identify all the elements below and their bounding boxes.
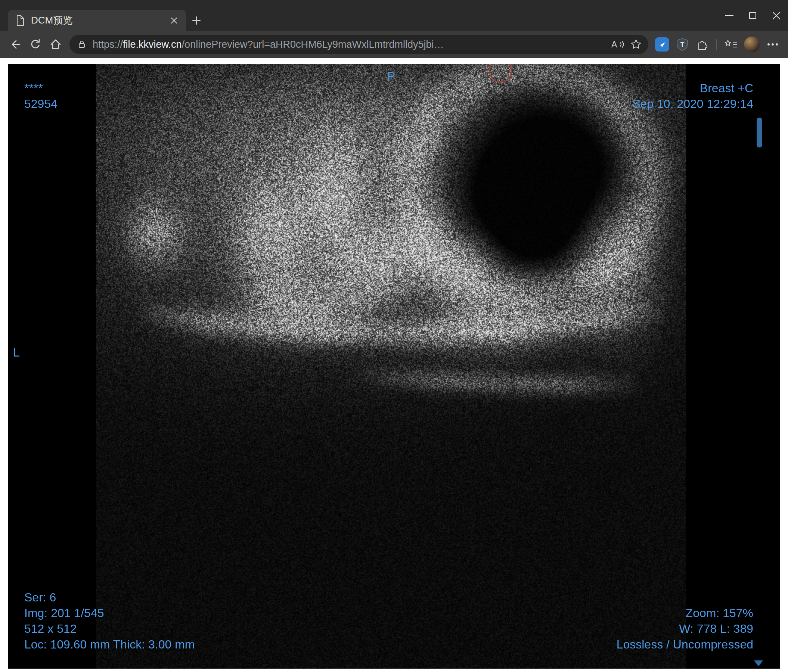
more-options-button[interactable]: [763, 34, 783, 54]
series-info-overlay: Ser: 6 Img: 201 1/545 512 x 512 Loc: 109…: [24, 590, 195, 652]
new-tab-button[interactable]: [186, 10, 207, 31]
minimize-icon: [725, 15, 734, 16]
window-level: W: 778 L: 389: [616, 621, 753, 637]
study-description: Breast +C: [632, 80, 753, 96]
compression-info: Lossless / Uncompressed: [616, 637, 753, 652]
shield-letter: T: [680, 41, 685, 48]
dicom-viewer[interactable]: **** 52954 Breast +C Sep 10, 2020 12:29:…: [8, 64, 780, 669]
url-host: file.kkview.cn: [123, 39, 182, 50]
url-path: /onlinePreview?url=aHR0cHM6Ly9maWxlLmtrd…: [182, 39, 444, 50]
display-info-overlay: Zoom: 157% W: 778 L: 389 Lossless / Unco…: [616, 605, 753, 652]
back-icon: [9, 38, 22, 51]
navigation-bar: https://file.kkview.cn/onlinePreview?url…: [0, 31, 788, 58]
tampermonkey-extension-button[interactable]: T: [672, 34, 693, 54]
home-icon: [49, 38, 62, 51]
tab-dcm-preview[interactable]: DCM预览: [8, 10, 186, 31]
close-icon: [772, 11, 780, 20]
kkview-extension-button[interactable]: [652, 34, 672, 54]
orientation-marker-posterior: P: [387, 68, 395, 84]
tab-strip: DCM预览: [0, 0, 788, 31]
series-number: Ser: 6: [24, 590, 195, 605]
kkview-extension-icon: [655, 37, 669, 52]
back-button[interactable]: [5, 34, 25, 54]
scroll-down-arrow-icon[interactable]: [754, 661, 763, 666]
browser-window: DCM预览: [0, 0, 788, 672]
extensions-puzzle-icon: [696, 38, 709, 51]
read-aloud-icon: A: [610, 39, 625, 50]
lock-icon[interactable]: [77, 40, 87, 49]
refresh-icon: [29, 38, 42, 51]
study-datetime: Sep 10, 2020 12:29:14: [632, 96, 753, 112]
image-number: Img: 201 1/545: [24, 605, 195, 621]
tab-title: DCM预览: [31, 14, 167, 27]
more-options-icon: [767, 43, 778, 46]
favorite-star-icon: [631, 39, 642, 50]
url-text: https://file.kkview.cn/onlinePreview?url…: [93, 39, 608, 51]
close-button[interactable]: [764, 0, 788, 31]
tampermonkey-shield-icon: T: [676, 38, 689, 51]
tab-close-icon[interactable]: [167, 13, 181, 28]
add-favorite-button[interactable]: [627, 35, 645, 54]
home-button[interactable]: [46, 34, 66, 54]
favorites-hub-button[interactable]: [721, 34, 741, 54]
minimize-button[interactable]: [717, 0, 741, 31]
mri-image-canvas[interactable]: [8, 64, 780, 669]
url-scheme: https://: [93, 39, 123, 50]
image-matrix: 512 x 512: [24, 621, 195, 637]
orientation-marker-left: L: [13, 345, 20, 360]
refresh-button[interactable]: [25, 34, 46, 54]
patient-id: 52954: [24, 96, 57, 112]
patient-name-masked: ****: [24, 80, 57, 96]
page-background: **** 52954 Breast +C Sep 10, 2020 12:29:…: [0, 58, 788, 672]
maximize-button[interactable]: [741, 0, 764, 31]
patient-info-overlay: **** 52954: [24, 80, 57, 112]
toolbar-divider: [716, 39, 717, 50]
profile-avatar[interactable]: [744, 36, 759, 52]
zoom-level: Zoom: 157%: [616, 605, 753, 621]
address-bar[interactable]: https://file.kkview.cn/onlinePreview?url…: [70, 35, 648, 54]
maximize-icon: [749, 12, 756, 19]
study-info-overlay: Breast +C Sep 10, 2020 12:29:14: [632, 80, 753, 112]
slice-location: Loc: 109.60 mm Thick: 3.00 mm: [24, 637, 195, 652]
read-aloud-button[interactable]: A: [608, 35, 627, 54]
scrollbar-thumb[interactable]: [757, 117, 762, 147]
extensions-button[interactable]: [693, 34, 713, 54]
favorites-hub-icon: [724, 39, 738, 50]
svg-text:A: A: [612, 40, 617, 49]
document-icon: [15, 15, 25, 26]
